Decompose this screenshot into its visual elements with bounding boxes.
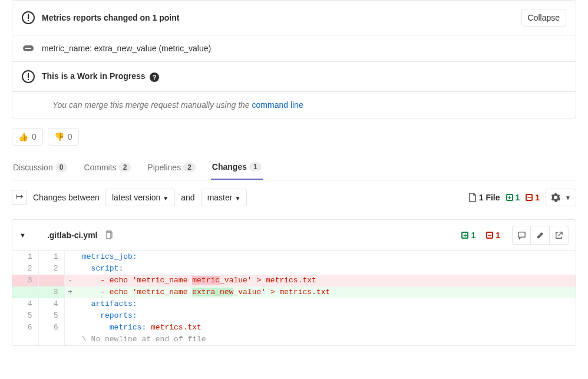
expand-icon[interactable] [12, 190, 27, 205]
wip-row: This is a Work in Progress ? [12, 62, 576, 92]
thumbs-down-icon: 👎 [54, 132, 64, 141]
tab-changes-label: Changes [212, 162, 247, 172]
mr-tabs: Discussion 0 Commits 2 Pipelines 2 Chang… [12, 155, 576, 180]
table-row: 55 reports: [12, 310, 576, 322]
neutral-icon [23, 45, 34, 51]
gutter-sign [64, 334, 76, 345]
thumbs-up-icon: 👍 [18, 132, 28, 141]
code-cell[interactable]: script: [76, 263, 576, 275]
tab-pipelines-label: Pipelines [147, 163, 181, 172]
collapse-button[interactable]: Collapse [521, 9, 566, 27]
line-number-new [38, 334, 64, 345]
gutter-sign: - [64, 275, 76, 286]
code-cell[interactable]: reports: [76, 310, 576, 322]
file-header: ▼ .gitlab-ci.yml + 1 − 1 [12, 220, 576, 251]
gear-icon [551, 193, 560, 202]
metrics-panel: Metrics reports changed on 1 point Colla… [12, 0, 576, 118]
gutter-sign [64, 263, 76, 275]
gutter-sign [64, 310, 76, 322]
chevron-down-icon: ▼ [163, 195, 169, 202]
line-number-old: 5 [12, 310, 38, 322]
line-number-old: 3 [12, 275, 38, 286]
code-cell[interactable]: artifacts: [76, 298, 576, 310]
external-link-button[interactable] [550, 226, 569, 245]
table-row: 3+ - echo 'metric_name extra_new_value' … [12, 286, 576, 298]
code-cell[interactable]: - echo 'metric_name metric_value' > metr… [76, 275, 576, 286]
tab-discussion-label: Discussion [13, 163, 53, 172]
line-number-new: 3 [38, 286, 64, 298]
tab-pipelines[interactable]: Pipelines 2 [146, 155, 197, 180]
version-to-dropdown[interactable]: master▼ [201, 189, 247, 206]
gutter-sign [64, 298, 76, 310]
document-icon [468, 193, 477, 202]
collapse-file-toggle[interactable]: ▼ [19, 232, 26, 239]
pencil-icon [536, 231, 544, 240]
reactions-bar: 👍 0 👎 0 [12, 128, 576, 146]
copy-path-icon[interactable] [104, 230, 113, 240]
file-deletions-count: 1 [495, 230, 500, 240]
line-number-new: 6 [38, 322, 64, 334]
comment-button[interactable] [512, 226, 531, 245]
line-number-old [12, 334, 38, 345]
table-row: 66 metrics: metrics.txt [12, 322, 576, 334]
line-number-old: 1 [12, 251, 38, 263]
additions-count: 1 [516, 193, 520, 202]
gutter-sign: + [64, 286, 76, 298]
merge-hint: You can merge this merge request manuall… [12, 92, 576, 118]
code-cell[interactable]: \ No newline at end of file [76, 334, 576, 345]
code-cell[interactable]: metrics_job: [76, 251, 576, 263]
line-number-new: 4 [38, 298, 64, 310]
file-count-text: 1 File [479, 193, 500, 202]
metrics-item-row: metric_name: extra_new_value (metric_val… [12, 35, 576, 62]
chevron-down-icon: ▼ [565, 195, 571, 201]
file-deletions-stat: − 1 [486, 230, 500, 240]
file-additions-stat: + 1 [461, 230, 475, 240]
plus-square-icon: + [461, 232, 468, 239]
tab-discussion-badge: 0 [55, 163, 68, 172]
tab-pipelines-badge: 2 [183, 163, 196, 172]
line-number-new: 2 [38, 263, 64, 275]
thumbs-up-button[interactable]: 👍 0 [12, 128, 43, 146]
tab-changes[interactable]: Changes 1 [211, 155, 263, 180]
deletions-count: 1 [535, 193, 540, 202]
line-number-old: 2 [12, 263, 38, 275]
settings-dropdown[interactable]: ▼ [546, 189, 576, 206]
file-name: .gitlab-ci.yml [47, 230, 98, 240]
tab-commits-label: Commits [84, 163, 116, 172]
command-line-link[interactable]: command line [252, 100, 303, 110]
version-to-label: master [207, 193, 233, 202]
wip-heading: This is a Work in Progress ? [42, 71, 566, 81]
table-row: 11metrics_job: [12, 251, 576, 263]
metrics-item: metric_name: extra_new_value (metric_val… [42, 44, 566, 53]
metrics-header-row: Metrics reports changed on 1 point Colla… [12, 1, 576, 35]
line-number-old: 4 [12, 298, 38, 310]
help-icon[interactable]: ? [150, 72, 159, 82]
wip-heading-text: This is a Work in Progress [42, 71, 146, 81]
tab-discussion[interactable]: Discussion 0 [12, 155, 68, 180]
thumbs-down-button[interactable]: 👎 0 [48, 128, 79, 146]
code-cell[interactable]: metrics: metrics.txt [76, 322, 576, 334]
tab-changes-badge: 1 [249, 162, 262, 172]
changes-toolbar: Changes between latest version▼ and mast… [12, 180, 576, 215]
gutter-sign [64, 322, 76, 334]
changes-between-label: Changes between [33, 193, 100, 202]
line-number-new: 5 [38, 310, 64, 322]
table-row: 44 artifacts: [12, 298, 576, 310]
metrics-heading: Metrics reports changed on 1 point [42, 13, 521, 22]
comment-icon [517, 231, 526, 240]
edit-button[interactable] [531, 226, 550, 245]
file-count: 1 File [468, 193, 500, 202]
chevron-down-icon: ▼ [234, 195, 240, 202]
tab-commits[interactable]: Commits 2 [82, 155, 132, 180]
table-row: 3- - echo 'metric_name metric_value' > m… [12, 275, 576, 286]
table-row: 22 script: [12, 263, 576, 275]
version-from-label: latest version [112, 193, 160, 202]
minus-square-icon: − [486, 232, 493, 239]
line-number-new [38, 275, 64, 286]
code-cell[interactable]: - echo 'metric_name extra_new_value' > m… [76, 286, 576, 298]
file-actions [512, 226, 569, 245]
line-number-old [12, 286, 38, 298]
external-link-icon [554, 231, 563, 240]
version-from-dropdown[interactable]: latest version▼ [105, 189, 175, 206]
file-additions-count: 1 [471, 230, 475, 240]
